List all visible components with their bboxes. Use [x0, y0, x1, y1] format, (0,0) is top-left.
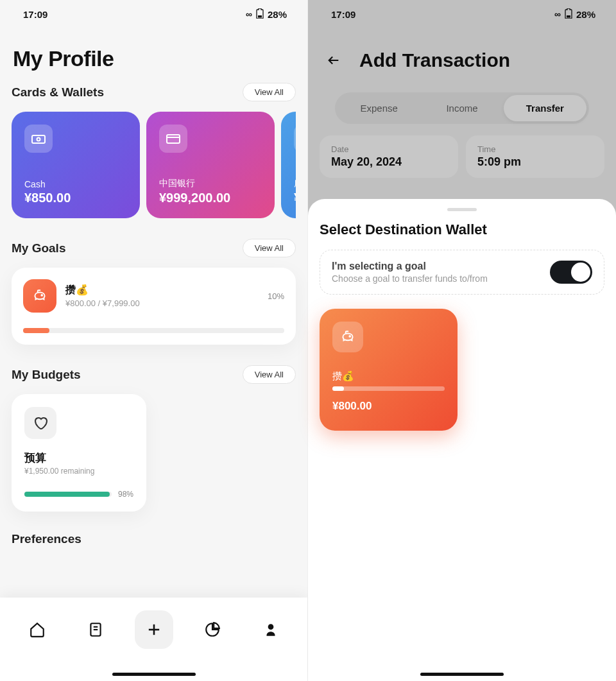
nav-transactions[interactable]: [76, 610, 115, 649]
link-icon: ∞: [554, 9, 561, 19]
goal-progress-bar: [23, 328, 284, 333]
toggle-knob: [571, 263, 590, 282]
battery-icon: [256, 8, 264, 21]
section-title-budgets: My Budgets: [12, 368, 81, 382]
page-title: Add Transaction: [359, 49, 510, 71]
section-title-prefs: Preferences: [12, 532, 81, 546]
view-all-goals-button[interactable]: View All: [243, 239, 296, 257]
page-title: My Profile: [13, 46, 296, 71]
svg-point-16: [349, 336, 350, 337]
svg-rect-14: [567, 15, 570, 18]
profile-screen: 17:09 ∞ 28% My Profile Cards & Wallets V…: [0, 0, 308, 681]
wallet-name: 广: [294, 178, 296, 189]
add-transaction-screen: 17:09 ∞ 28% Add Transaction Expense Inco…: [308, 0, 616, 681]
section-cards: Cards & Wallets View All Cash ¥850.00: [12, 83, 296, 218]
nav-reports[interactable]: [193, 610, 232, 649]
destination-wallet-sheet: Select Destination Wallet I'm selecting …: [308, 199, 616, 681]
cash-icon: [24, 125, 53, 153]
wallet-name: Cash: [24, 179, 127, 189]
nav-home[interactable]: [18, 610, 56, 649]
budget-percent: 98%: [118, 490, 133, 499]
svg-point-7: [41, 295, 42, 296]
svg-rect-3: [167, 135, 180, 143]
battery-pct: 28%: [576, 9, 595, 20]
heart-icon: [24, 407, 56, 439]
status-bar: 17:09 ∞ 28%: [308, 0, 616, 28]
goal-toggle[interactable]: [550, 261, 592, 284]
wallet-amount: ¥2: [294, 191, 296, 205]
budget-card[interactable]: 预算 ¥1,950.00 remaining 98%: [12, 394, 146, 512]
wallet-card-cash[interactable]: Cash ¥850.00: [12, 112, 140, 218]
home-indicator: [420, 673, 504, 676]
view-all-cards-button[interactable]: View All: [243, 83, 296, 101]
credit-card-icon: [294, 125, 296, 153]
goal-progress-fill: [23, 328, 49, 333]
section-title-cards: Cards & Wallets: [12, 85, 104, 99]
section-budgets: My Budgets View All 预算 ¥1,950.00 remaini…: [12, 365, 296, 512]
battery-icon: [565, 8, 572, 21]
status-right: ∞ 28%: [246, 8, 287, 21]
wallet-amount: ¥999,200.00: [159, 191, 262, 205]
wallet-amount: ¥850.00: [24, 191, 127, 205]
segment-income[interactable]: Income: [420, 95, 503, 121]
svg-point-2: [37, 138, 40, 141]
sheet-title: Select Destination Wallet: [320, 221, 604, 238]
budget-progress-bar: [24, 492, 112, 497]
goal-name: 攒💰: [65, 284, 259, 297]
date-value: May 20, 2024: [331, 155, 447, 169]
nav-profile[interactable]: [252, 610, 290, 649]
home-indicator: [112, 673, 196, 676]
wallet-card-partial[interactable]: 广 ¥2: [281, 112, 296, 218]
segment-expense[interactable]: Expense: [338, 95, 420, 121]
segment-transfer[interactable]: Transfer: [504, 95, 586, 121]
goal-percent: 10%: [268, 291, 284, 301]
section-title-goals: My Goals: [12, 241, 65, 255]
svg-point-13: [268, 624, 273, 630]
time-value: 5:09 pm: [477, 155, 593, 169]
status-time: 17:09: [23, 9, 47, 20]
piggy-bank-icon: [332, 322, 363, 352]
sheet-handle[interactable]: [447, 208, 477, 211]
transaction-type-segment: Expense Income Transfer: [335, 92, 589, 124]
dest-name: 攒💰: [332, 370, 445, 383]
goal-toggle-title: I'm selecting a goal: [332, 261, 541, 272]
date-label: Date: [331, 144, 447, 154]
destination-goal-card[interactable]: 攒💰 ¥800.00: [320, 309, 458, 431]
link-icon: ∞: [246, 9, 252, 19]
nav-add[interactable]: [135, 610, 173, 649]
svg-rect-1: [32, 135, 45, 143]
status-time: 17:09: [331, 9, 355, 20]
piggy-bank-icon: [23, 279, 56, 313]
bottom-nav: [0, 598, 307, 681]
back-button[interactable]: [320, 46, 348, 74]
section-goals: My Goals View All 攒💰 ¥800.00 / ¥7,999.00…: [12, 239, 296, 345]
credit-card-icon: [159, 125, 187, 153]
section-preferences: Preferences: [12, 532, 296, 546]
battery-pct: 28%: [268, 9, 287, 20]
time-field[interactable]: Time 5:09 pm: [466, 135, 604, 178]
svg-rect-0: [258, 15, 262, 18]
view-all-budgets-button[interactable]: View All: [243, 365, 296, 384]
cards-row[interactable]: Cash ¥850.00 中国银行 ¥999,200.00: [12, 112, 296, 218]
wallet-card-bank[interactable]: 中国银行 ¥999,200.00: [146, 112, 275, 218]
time-label: Time: [477, 144, 593, 154]
dest-amount: ¥800.00: [332, 400, 445, 413]
budget-name: 预算: [24, 451, 133, 465]
budget-progress-fill: [24, 492, 110, 497]
status-right: ∞ 28%: [554, 8, 595, 21]
goal-card[interactable]: 攒💰 ¥800.00 / ¥7,999.00 10%: [12, 268, 296, 345]
dest-progress-bar: [332, 386, 445, 391]
goal-progress-text: ¥800.00 / ¥7,999.00: [65, 298, 259, 308]
dest-progress-fill: [332, 386, 344, 391]
date-field[interactable]: Date May 20, 2024: [320, 135, 458, 178]
status-bar: 17:09 ∞ 28%: [0, 0, 307, 28]
budget-remaining: ¥1,950.00 remaining: [24, 467, 133, 476]
goal-toggle-sub: Choose a goal to transfer funds to/from: [332, 273, 541, 284]
goal-toggle-row: I'm selecting a goal Choose a goal to tr…: [320, 250, 604, 295]
wallet-name: 中国银行: [159, 178, 262, 189]
